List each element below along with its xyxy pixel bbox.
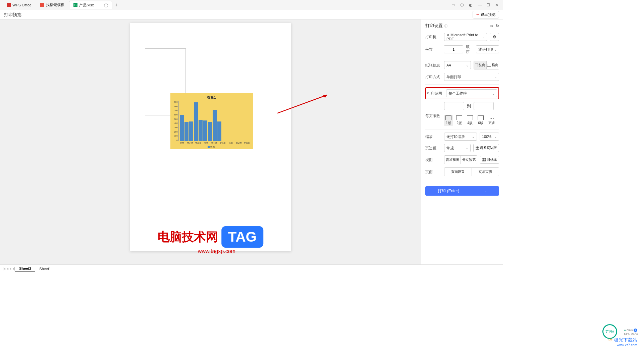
- chevron-down-icon: ⌄: [484, 189, 487, 193]
- chart-bar: [208, 122, 212, 141]
- paper-label: 纸张信息: [425, 63, 441, 68]
- print-range-select[interactable]: 整个工作簿⌄: [446, 89, 497, 97]
- view-normal-button[interactable]: 普通视图: [444, 156, 461, 164]
- page-title: 打印预览: [4, 12, 21, 18]
- to-label: 到: [467, 103, 471, 109]
- page-from-input[interactable]: [444, 102, 464, 110]
- chevron-down-icon: ⌄: [494, 75, 497, 79]
- page-settings-button[interactable]: 页面设置: [444, 168, 472, 176]
- user-avatar-icon[interactable]: ◐: [469, 3, 474, 7]
- layout-label: 每页版数: [425, 113, 441, 118]
- sheet-prev-button[interactable]: ◂: [7, 267, 8, 270]
- tab-add-button[interactable]: +: [113, 2, 120, 8]
- sheet-nav: |◂ ◂ ▸ ▸|: [3, 267, 15, 270]
- preview-area: 数量1 9008007006005004003002001000 铅笔笔记本文具…: [0, 19, 421, 264]
- chart-bar: [194, 102, 198, 141]
- gear-icon: ⚙: [493, 35, 496, 39]
- printer-label: 打印机: [425, 35, 441, 40]
- tab-menu-icon[interactable]: ◯: [104, 3, 108, 7]
- chart-bar: [180, 115, 184, 141]
- zoom-select[interactable]: 无打印缩放⌄: [444, 133, 477, 141]
- printer-settings-button[interactable]: ⚙: [490, 33, 499, 41]
- chart-x-labels: 铅笔笔记本文具盒铅笔笔记本文具盒铅笔笔记本文具盒: [172, 142, 251, 144]
- order-select[interactable]: 逐份打印⌄: [476, 45, 499, 53]
- header-footer-button[interactable]: 页眉页脚: [472, 168, 499, 176]
- print-settings-panel: 打印设置 ⓘ ▭↻ 打印机 🖶 Microsoft Print to PDF⌄ …: [421, 19, 503, 264]
- portrait-button[interactable]: 纵向: [474, 61, 487, 69]
- chart-legend: 数量1: [172, 146, 251, 149]
- chart-bar: [184, 122, 189, 141]
- tab-wps-label: WPS Office: [12, 3, 32, 7]
- panel-icon-1[interactable]: ▭: [489, 23, 493, 28]
- chevron-down-icon: ⌄: [492, 92, 495, 95]
- tab-wps[interactable]: WPS Office: [3, 1, 36, 9]
- layout-6-button[interactable]: 6版: [476, 115, 485, 126]
- layout-2-button[interactable]: 2版: [455, 115, 464, 126]
- chart-y-axis: 9008007006005004003002001000: [172, 101, 178, 141]
- layout-2-icon: [456, 115, 462, 120]
- close-button[interactable]: ✕: [495, 3, 500, 7]
- copies-input[interactable]: [444, 45, 463, 53]
- portrait-icon: [475, 63, 478, 67]
- page-to-input[interactable]: [474, 102, 494, 110]
- sheet-tab-sheet1[interactable]: Sheet1: [35, 266, 55, 272]
- app-icon-1[interactable]: ▭: [451, 3, 456, 7]
- watermark-url: www.tagxp.com: [198, 248, 235, 254]
- adjust-margin-button[interactable]: ▦ 调整页边距: [473, 144, 499, 152]
- landscape-button[interactable]: 横向: [487, 61, 499, 69]
- grid-icon: ▦: [482, 158, 486, 161]
- wps-icon: [7, 3, 11, 7]
- layout-more-button[interactable]: ⋯更多: [487, 115, 496, 126]
- chart-plot: [178, 101, 251, 141]
- refresh-icon[interactable]: ↻: [496, 23, 499, 28]
- chevron-down-icon: ⌄: [482, 35, 485, 39]
- order-label: 顺序: [466, 44, 473, 54]
- paper-select[interactable]: A4⌄: [444, 61, 471, 69]
- layout-6-icon: [478, 115, 484, 120]
- help-icon[interactable]: ⓘ: [444, 24, 447, 28]
- chart-bar: [213, 110, 217, 141]
- app-icon-2[interactable]: ⬡: [460, 3, 465, 7]
- view-page-button[interactable]: 分页预览: [461, 156, 477, 164]
- chart-bar: [199, 120, 203, 141]
- tab-file[interactable]: S产品.xlsx◯: [69, 1, 112, 9]
- layout-4-icon: [467, 115, 473, 120]
- tab-template-label: 找稻壳模板: [46, 2, 64, 7]
- copies-label: 份数: [425, 47, 441, 52]
- chart-container: 数量1 9008007006005004003002001000 铅笔笔记本文具…: [170, 93, 253, 149]
- margin-icon: ▦: [476, 146, 479, 150]
- layout-1-button[interactable]: 1版: [444, 115, 453, 126]
- minimize-button[interactable]: —: [478, 3, 482, 7]
- view-label: 视图: [425, 157, 441, 162]
- print-method-select[interactable]: 单面打印⌄: [444, 73, 499, 81]
- print-button[interactable]: 打印 (Enter) ⌄: [425, 186, 499, 196]
- exit-preview-button[interactable]: ↩退出预览: [473, 11, 499, 18]
- tab-file-label: 产品.xlsx: [79, 3, 94, 8]
- svg-marker-1: [323, 95, 327, 98]
- chart-bar: [217, 121, 221, 141]
- chart-bar: [203, 120, 207, 141]
- tab-template[interactable]: 找稻壳模板: [36, 1, 68, 9]
- sheet-tab-sheet2[interactable]: Sheet2: [15, 265, 35, 272]
- more-icon: ⋯: [489, 116, 494, 120]
- legend-color-icon: [208, 146, 210, 148]
- page-label: 页面: [425, 169, 441, 174]
- printer-select[interactable]: 🖶 Microsoft Print to PDF⌄: [444, 33, 487, 41]
- chevron-down-icon: ⌄: [494, 135, 497, 139]
- template-icon: [40, 3, 44, 7]
- chevron-down-icon: ⌄: [466, 146, 468, 150]
- gridlines-button[interactable]: ▦ 网格线: [480, 156, 499, 164]
- sheet-first-button[interactable]: |◂: [3, 267, 5, 270]
- sheet-next-button[interactable]: ▸: [10, 267, 11, 270]
- print-page: 数量1 9008007006005004003002001000 铅笔笔记本文具…: [130, 23, 291, 251]
- maximize-button[interactable]: ☐: [486, 3, 491, 7]
- margin-select[interactable]: 常规⌄: [444, 144, 471, 152]
- chevron-down-icon: ⌄: [466, 63, 469, 67]
- zoom-pct-select[interactable]: 100%⌄: [480, 133, 499, 141]
- layout-4-button[interactable]: 4版: [466, 115, 474, 126]
- range-label: 打印范围: [427, 91, 443, 96]
- highlighted-range-row: 打印范围 整个工作簿⌄: [425, 87, 499, 99]
- xls-icon: S: [73, 3, 77, 7]
- sheet-last-button[interactable]: ▸|: [13, 267, 15, 270]
- layout-1-icon: [445, 115, 451, 120]
